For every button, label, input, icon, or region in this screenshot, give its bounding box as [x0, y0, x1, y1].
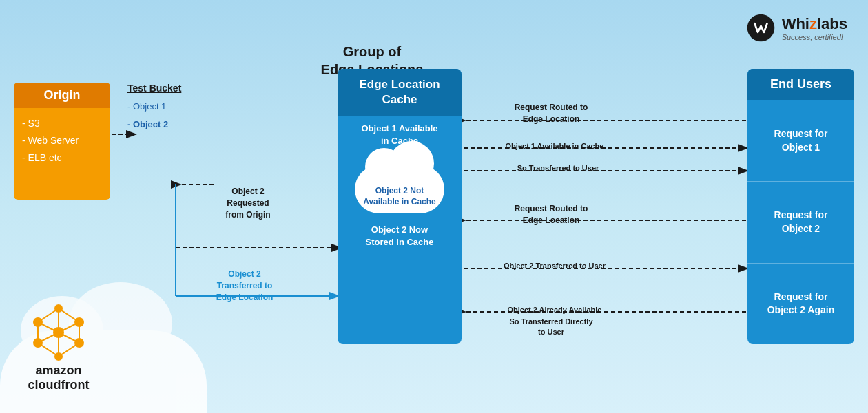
end-users-header: End Users [747, 69, 854, 100]
so-transferred-1-label: So Transferred to User [482, 164, 634, 172]
end-user-obj2: Request forObject 2 [747, 181, 854, 262]
svg-line-23 [38, 332, 59, 343]
svg-line-32 [59, 343, 79, 357]
svg-line-22 [59, 322, 79, 332]
end-user-obj2-again: Request forObject 2 Again [747, 263, 854, 344]
svg-line-24 [59, 332, 79, 343]
edge-cache-header: Edge LocationCache [338, 69, 462, 116]
obj2-requested-label: Object 2Requestedfrom Origin [214, 186, 282, 220]
origin-webserver: - Web Server [22, 132, 102, 149]
obj2-transferred-user-label: Object 2 Transferred to User [468, 262, 641, 270]
whizlabs-name: Whizlabs [782, 15, 847, 33]
whizlabs-tagline: Success, certified! [782, 33, 847, 41]
origin-elb: - ELB etc [22, 149, 102, 167]
cache-cloud-text: Object 2 NotAvailable in Cache [355, 186, 444, 207]
cloudfront-text: amazon cloudfront [28, 363, 90, 392]
so-transferred-directly-label: So Transferred Directlyto User [475, 317, 627, 338]
cache-cloud: Object 2 NotAvailable in Cache [355, 158, 444, 213]
edge-cache-box: Edge LocationCache Object 1 Availablein … [338, 69, 462, 344]
whizlabs-logo: Whizlabs Success, certified! [745, 12, 847, 43]
obj2-already-available-label: Object 2 Already Available [468, 306, 641, 314]
end-users-box: End Users Request forObject 1 Request fo… [747, 69, 854, 344]
request-routed-1-label: Request Routed toEdge Location [482, 102, 620, 125]
svg-line-30 [59, 308, 79, 322]
cloudfront-name: cloudfront [28, 378, 90, 392]
obj2-transferred-label: Object 2Transferred toEdge Location [207, 268, 282, 303]
svg-line-29 [38, 308, 59, 322]
whizlabs-text: Whizlabs Success, certified! [782, 15, 847, 41]
edge-cache-obj2-stored: Object 2 NowStored in Cache [360, 217, 440, 255]
origin-box: Origin - S3 - Web Server - ELB etc [14, 83, 110, 200]
request-routed-2-label: Request Routed toEdge Location [482, 203, 620, 226]
test-bucket-label: Test Bucket [127, 83, 210, 94]
origin-s3: - S3 [22, 115, 102, 132]
obj1-available-cache-label: Object 1 Available in Cache [468, 142, 641, 150]
cloudfront-logo: amazon cloudfront [28, 301, 90, 392]
svg-line-31 [38, 343, 59, 357]
svg-line-21 [38, 322, 59, 332]
test-bucket-obj2: - Object 2 [127, 116, 210, 134]
cloudfront-network-icon [28, 301, 90, 363]
test-bucket-area: Test Bucket - Object 1 - Object 2 [127, 83, 210, 134]
origin-header: Origin [14, 83, 110, 108]
origin-body: - S3 - Web Server - ELB etc [14, 108, 110, 174]
test-bucket-obj1: - Object 1 [127, 98, 210, 116]
end-user-obj1: Request forObject 1 [747, 100, 854, 181]
test-bucket-items: - Object 1 - Object 2 [127, 98, 210, 134]
cloudfront-amazon: amazon [28, 363, 90, 378]
